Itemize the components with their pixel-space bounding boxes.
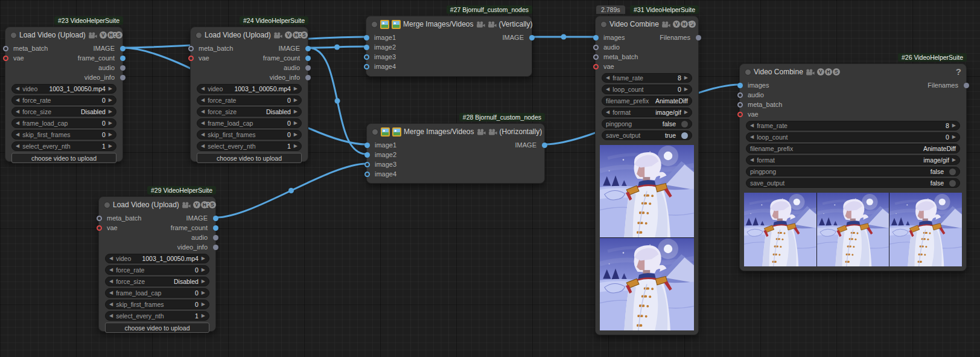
input-port-vae[interactable] (593, 64, 599, 69)
input-port-image4[interactable] (364, 64, 369, 69)
widget-select_every_nth[interactable]: ◀select_every_nth1▶ (197, 141, 302, 151)
left-arrow-icon[interactable]: ◀ (109, 254, 113, 263)
right-arrow-icon[interactable]: ▶ (202, 300, 205, 309)
right-arrow-icon[interactable]: ▶ (294, 107, 298, 117)
widget-frame_rate[interactable]: ◀frame_rate8▶ (746, 121, 960, 130)
widget-video[interactable]: ◀video1003_1_00050.mp4▶ (11, 84, 116, 94)
left-arrow-icon[interactable]: ◀ (750, 155, 754, 165)
widget-format[interactable]: ◀formatimage/gif▶ (746, 155, 960, 165)
left-arrow-icon[interactable]: ◀ (16, 95, 19, 105)
right-arrow-icon[interactable]: ▶ (294, 84, 298, 94)
link-midpoint-dot[interactable] (561, 34, 567, 40)
right-arrow-icon[interactable]: ▶ (202, 265, 205, 275)
output-port-frame_count[interactable] (213, 225, 218, 231)
widget-filename_prefix[interactable]: filename_prefixAnimateDiff (746, 144, 960, 153)
collapse-dot-icon[interactable] (745, 69, 751, 76)
input-port-image1[interactable] (364, 143, 370, 148)
input-port-meta_batch[interactable] (97, 216, 102, 221)
output-port-audio[interactable] (213, 235, 218, 240)
input-port-vae[interactable] (188, 56, 194, 61)
right-arrow-icon[interactable]: ▶ (952, 121, 956, 130)
right-arrow-icon[interactable]: ▶ (294, 95, 298, 105)
widget-force_size[interactable]: ◀force_sizeDisabled▶ (105, 277, 209, 286)
help-icon[interactable]: ? (688, 19, 693, 29)
right-arrow-icon[interactable]: ▶ (109, 84, 112, 94)
left-arrow-icon[interactable]: ◀ (606, 108, 609, 117)
node-graph-canvas[interactable]: #23 VideoHelperSuiteLoad Video (Upload)V… (0, 0, 980, 357)
right-arrow-icon[interactable]: ▶ (202, 311, 205, 321)
input-port-image1[interactable] (364, 35, 369, 40)
output-port-IMAGE[interactable] (529, 35, 535, 40)
widget-force_rate[interactable]: ◀force_rate0▶ (11, 95, 116, 105)
right-arrow-icon[interactable]: ▶ (109, 95, 112, 105)
widget-save_output[interactable]: save_outputtrue (602, 130, 692, 140)
right-arrow-icon[interactable]: ▶ (952, 132, 956, 142)
right-arrow-icon[interactable]: ▶ (109, 141, 112, 151)
widget-loop_count[interactable]: ◀loop_count0▶ (746, 132, 960, 142)
widget-pingpong[interactable]: pingpongfalse (602, 119, 692, 129)
left-arrow-icon[interactable]: ◀ (750, 121, 754, 130)
right-arrow-icon[interactable]: ▶ (294, 118, 298, 128)
input-port-meta_batch[interactable] (737, 102, 743, 108)
help-icon[interactable]: ? (298, 30, 303, 40)
left-arrow-icon[interactable]: ◀ (606, 73, 609, 83)
widget-force_rate[interactable]: ◀force_rate0▶ (197, 95, 302, 105)
node-31-video-combine[interactable]: Video CombineVHS?imagesFilenamesaudiomet… (595, 16, 699, 335)
left-arrow-icon[interactable]: ◀ (201, 107, 205, 117)
toggle-save_output[interactable] (681, 132, 688, 139)
right-arrow-icon[interactable]: ▶ (294, 141, 298, 151)
link-midpoint-dot[interactable] (288, 188, 294, 193)
left-arrow-icon[interactable]: ◀ (201, 141, 205, 151)
toggle-save_output[interactable] (949, 180, 956, 187)
input-port-image2[interactable] (364, 45, 369, 50)
widget-frame_load_cap[interactable]: ◀frame_load_cap0▶ (197, 118, 302, 128)
node-27-merge[interactable]: Merge Images/Videos(Vertically)image1IMA… (366, 16, 532, 77)
input-port-image3[interactable] (364, 162, 370, 167)
left-arrow-icon[interactable]: ◀ (16, 141, 19, 151)
widget-video[interactable]: ◀video1003_1_00050.mp4▶ (197, 84, 302, 94)
widget-pingpong[interactable]: pingpongfalse (746, 167, 960, 176)
right-arrow-icon[interactable]: ▶ (684, 85, 688, 94)
widget-force_size[interactable]: ◀force_sizeDisabled▶ (197, 107, 302, 117)
widget-frame_rate[interactable]: ◀frame_rate8▶ (602, 73, 692, 83)
widget-button-choose-video-to-upload[interactable]: choose video to upload (11, 153, 116, 163)
toggle-pingpong[interactable] (949, 169, 956, 175)
widget-button-choose-video-to-upload[interactable]: choose video to upload (105, 323, 209, 333)
widget-button-choose-video-to-upload[interactable]: choose video to upload (197, 153, 302, 163)
output-port-Filenames[interactable] (696, 35, 701, 40)
input-port-images[interactable] (593, 35, 599, 40)
help-icon[interactable]: ? (112, 30, 118, 40)
widget-filename_prefix[interactable]: filename_prefixAnimateDiff (602, 96, 692, 106)
output-port-video_info[interactable] (305, 75, 311, 80)
widget-format[interactable]: ◀formatimage/gif▶ (602, 108, 692, 117)
collapse-dot-icon[interactable] (600, 21, 607, 28)
collapse-dot-icon[interactable] (371, 21, 378, 28)
left-arrow-icon[interactable]: ◀ (201, 130, 205, 140)
right-arrow-icon[interactable]: ▶ (109, 118, 112, 128)
output-port-frame_count[interactable] (120, 56, 126, 61)
left-arrow-icon[interactable]: ◀ (16, 118, 19, 128)
input-port-meta_batch[interactable] (188, 46, 194, 51)
left-arrow-icon[interactable]: ◀ (201, 118, 205, 128)
input-port-vae[interactable] (3, 56, 8, 61)
right-arrow-icon[interactable]: ▶ (202, 277, 205, 286)
right-arrow-icon[interactable]: ▶ (684, 73, 688, 83)
right-arrow-icon[interactable]: ▶ (952, 155, 956, 165)
node-29-load-video[interactable]: Load Video (Upload)VHS?meta_batchIMAGEva… (98, 196, 216, 332)
left-arrow-icon[interactable]: ◀ (109, 265, 113, 275)
output-port-video_info[interactable] (120, 75, 126, 80)
widget-skip_first_frames[interactable]: ◀skip_first_frames0▶ (105, 300, 209, 309)
link-midpoint-dot[interactable] (335, 98, 340, 104)
widget-frame_load_cap[interactable]: ◀frame_load_cap0▶ (11, 118, 116, 128)
input-port-image2[interactable] (364, 152, 370, 158)
input-port-audio[interactable] (737, 92, 743, 98)
left-arrow-icon[interactable]: ◀ (201, 84, 205, 94)
widget-select_every_nth[interactable]: ◀select_every_nth1▶ (105, 311, 209, 321)
left-arrow-icon[interactable]: ◀ (201, 95, 205, 105)
input-port-image4[interactable] (364, 172, 370, 177)
widget-frame_load_cap[interactable]: ◀frame_load_cap0▶ (105, 288, 209, 298)
output-port-IMAGE[interactable] (542, 143, 547, 148)
widget-save_output[interactable]: save_outputfalse (746, 178, 960, 188)
output-port-Filenames[interactable] (964, 83, 969, 88)
toggle-pingpong[interactable] (681, 121, 688, 127)
